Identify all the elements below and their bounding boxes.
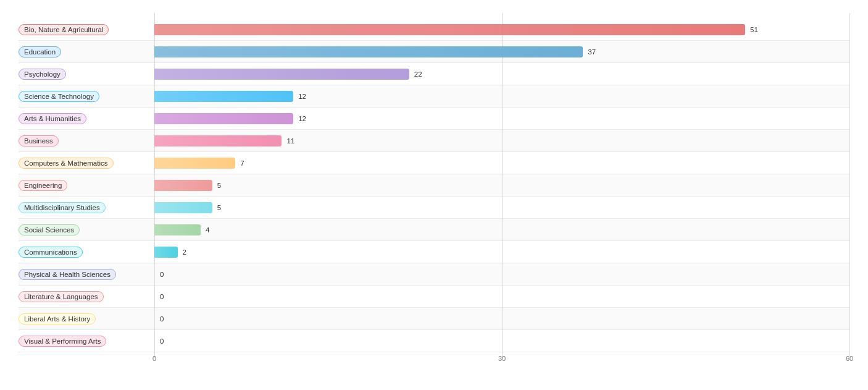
bar-value: 12 bbox=[298, 93, 306, 100]
bar-fill bbox=[154, 202, 212, 213]
x-axis-label: 0 bbox=[152, 355, 156, 362]
bar-row: Physical & Health Sciences0 bbox=[19, 263, 849, 286]
bar-value: 0 bbox=[160, 315, 164, 323]
bar-value: 51 bbox=[750, 26, 758, 33]
bar-fill bbox=[154, 135, 282, 146]
bar-fill bbox=[154, 313, 156, 324]
bar-value: 0 bbox=[160, 293, 164, 300]
bar-label: Psychology bbox=[19, 69, 66, 80]
grid-line bbox=[849, 324, 850, 358]
bar-fill bbox=[154, 224, 201, 235]
bar-fill bbox=[154, 158, 235, 169]
x-axis: 03060 bbox=[154, 355, 849, 367]
bar-fill bbox=[154, 269, 156, 280]
bar-fill bbox=[154, 46, 583, 57]
bar-label: Arts & Humanities bbox=[19, 113, 86, 124]
bar-row: Literature & Languages0 bbox=[19, 286, 849, 308]
bar-label: Education bbox=[19, 46, 61, 57]
bar-row: Computers & Mathematics7 bbox=[19, 152, 849, 174]
bar-value: 7 bbox=[240, 159, 244, 167]
bar-label: Visual & Performing Arts bbox=[19, 336, 106, 347]
bar-fill bbox=[154, 247, 178, 258]
bar-label: Social Sciences bbox=[19, 224, 80, 235]
bar-row: Bio, Nature & Agricultural51 bbox=[19, 19, 849, 41]
bar-value: 2 bbox=[183, 248, 186, 256]
bar-value: 37 bbox=[588, 48, 596, 56]
bar-row: Communications2 bbox=[19, 241, 849, 263]
bar-value: 4 bbox=[206, 226, 209, 234]
grid-line bbox=[502, 324, 503, 358]
bar-label: Bio, Nature & Agricultural bbox=[19, 24, 109, 35]
x-axis-label: 60 bbox=[846, 355, 853, 362]
bar-value: 5 bbox=[217, 182, 221, 189]
bar-value: 22 bbox=[414, 70, 422, 78]
bar-value: 0 bbox=[160, 337, 164, 345]
bar-row: Business11 bbox=[19, 130, 849, 152]
bar-row: Social Sciences4 bbox=[19, 219, 849, 241]
bar-fill bbox=[154, 336, 156, 347]
bar-label: Literature & Languages bbox=[19, 291, 104, 302]
chart-area: Bio, Nature & Agricultural51Education37P… bbox=[19, 19, 849, 352]
bar-fill bbox=[154, 291, 156, 302]
bar-label: Multidisciplinary Studies bbox=[19, 202, 106, 213]
bar-fill bbox=[154, 24, 745, 35]
bar-value: 12 bbox=[298, 115, 306, 122]
x-axis-label: 30 bbox=[498, 355, 506, 362]
bar-label: Communications bbox=[19, 247, 83, 258]
bar-label: Business bbox=[19, 135, 59, 146]
bar-row: Education37 bbox=[19, 41, 849, 63]
bar-row: Visual & Performing Arts0 bbox=[19, 330, 849, 352]
bar-label: Physical & Health Sciences bbox=[19, 269, 116, 280]
bar-row: Psychology22 bbox=[19, 63, 849, 85]
bar-fill bbox=[154, 113, 293, 124]
bar-value: 0 bbox=[160, 271, 164, 278]
bar-row: Liberal Arts & History0 bbox=[19, 308, 849, 330]
bar-label: Science & Technology bbox=[19, 91, 99, 102]
bar-fill bbox=[154, 69, 409, 80]
bar-row: Multidisciplinary Studies5 bbox=[19, 197, 849, 219]
bar-fill bbox=[154, 91, 293, 102]
bar-label: Engineering bbox=[19, 180, 67, 191]
bar-row: Arts & Humanities12 bbox=[19, 108, 849, 130]
bar-label: Liberal Arts & History bbox=[19, 313, 96, 324]
bar-value: 11 bbox=[286, 137, 294, 145]
bar-label: Computers & Mathematics bbox=[19, 158, 114, 169]
bar-row: Engineering5 bbox=[19, 174, 849, 197]
chart-wrapper: Bio, Nature & Agricultural51Education37P… bbox=[19, 19, 849, 367]
bar-value: 5 bbox=[217, 204, 221, 211]
bar-row: Science & Technology12 bbox=[19, 85, 849, 108]
bar-fill bbox=[154, 180, 212, 191]
